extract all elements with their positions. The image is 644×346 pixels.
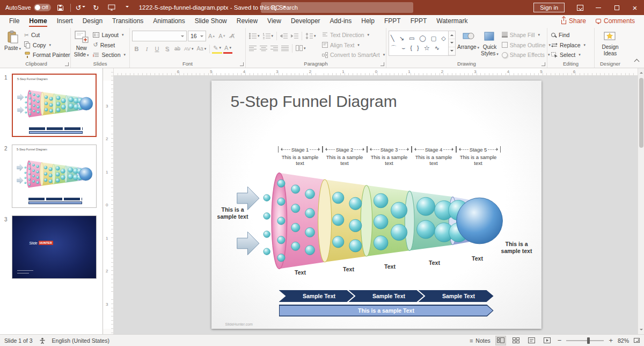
- decrease-font-size-button[interactable]: A▼: [217, 31, 226, 41]
- highlight-color-button[interactable]: ✎: [212, 44, 222, 54]
- text-shadow-button[interactable]: S: [163, 44, 172, 54]
- layout-button[interactable]: Layout: [91, 30, 127, 40]
- segment-label-1[interactable]: Text: [292, 269, 309, 276]
- numbering-button[interactable]: [262, 31, 275, 41]
- start-slideshow-button[interactable]: [106, 2, 118, 13]
- language-status[interactable]: English (United States): [52, 337, 109, 344]
- notes-button[interactable]: ≡Notes: [470, 337, 491, 344]
- tab-fppt-2[interactable]: FPPT: [406, 15, 432, 27]
- decrease-indent-button[interactable]: [279, 31, 289, 41]
- paragraph-dialog-launcher[interactable]: [380, 62, 384, 66]
- autosave-switch-icon[interactable]: Off: [34, 4, 51, 11]
- tab-home[interactable]: Home: [24, 15, 52, 27]
- slide-sorter-view-button[interactable]: [511, 336, 522, 345]
- funnel-input-label[interactable]: This is a sample text: [216, 206, 250, 220]
- zoom-in-button[interactable]: +: [609, 337, 613, 344]
- convert-to-smartart-button[interactable]: Convert to SmartArt: [320, 50, 380, 60]
- sample-text-arrow-2[interactable]: Sample Text: [349, 290, 424, 302]
- align-center-button[interactable]: [259, 43, 268, 53]
- vertical-scrollbar[interactable]: [638, 68, 644, 334]
- sign-in-button[interactable]: Sign in: [533, 3, 565, 12]
- zoom-level[interactable]: 82%: [618, 337, 629, 344]
- tab-help[interactable]: Help: [356, 15, 379, 27]
- slide-editing-canvas[interactable]: 6 5 4 3 2 1 0 1 2 3 4 5 6 5-Step Funnel …: [114, 68, 644, 334]
- collapse-ribbon-button[interactable]: [634, 59, 640, 64]
- slide-counter[interactable]: Slide 1 of 3: [4, 337, 33, 344]
- normal-view-button[interactable]: [495, 336, 506, 345]
- scroll-up-icon[interactable]: [640, 70, 643, 74]
- fit-slide-to-window-button[interactable]: [634, 338, 640, 343]
- clipboard-dialog-launcher[interactable]: [65, 62, 69, 66]
- shape-fill-button[interactable]: Shape Fill: [500, 30, 546, 40]
- close-button[interactable]: ×: [626, 0, 644, 15]
- format-painter-button[interactable]: Format Painter: [23, 50, 71, 60]
- slideshow-view-button[interactable]: [542, 336, 553, 345]
- share-button[interactable]: Share: [557, 17, 591, 25]
- tab-file[interactable]: File: [4, 15, 24, 27]
- reading-view-button[interactable]: [526, 336, 537, 345]
- change-case-button[interactable]: Aa: [195, 44, 207, 54]
- accessibility-button[interactable]: [39, 337, 46, 344]
- redo-button[interactable]: ↻: [90, 2, 102, 13]
- sample-text-arrow-3[interactable]: Sample Text: [419, 290, 494, 302]
- align-left-button[interactable]: [248, 43, 258, 53]
- drawing-dialog-launcher[interactable]: [541, 62, 545, 66]
- quick-styles-button[interactable]: Quick Styles: [481, 29, 499, 60]
- tab-add-ins[interactable]: Add-ins: [325, 15, 357, 27]
- italic-button[interactable]: I: [142, 44, 151, 54]
- undo-button[interactable]: ↺: [75, 2, 86, 13]
- increase-indent-button[interactable]: [290, 31, 299, 41]
- select-button[interactable]: Select: [550, 50, 587, 60]
- search-input[interactable]: Search: [261, 2, 413, 13]
- justify-button[interactable]: [280, 43, 290, 53]
- bold-button[interactable]: B: [132, 44, 141, 54]
- autosave-toggle[interactable]: AutoSave Off: [5, 4, 51, 11]
- tab-fppt-1[interactable]: FPPT: [379, 15, 406, 27]
- character-spacing-button[interactable]: AV: [183, 44, 194, 54]
- sample-text-banner[interactable]: This is a sample Text: [279, 305, 494, 316]
- font-dialog-launcher[interactable]: [240, 62, 244, 66]
- tab-transitions[interactable]: Transitions: [107, 15, 148, 27]
- clear-formatting-button[interactable]: A: [228, 31, 237, 41]
- font-color-button[interactable]: A: [223, 44, 232, 54]
- maximize-button[interactable]: [608, 0, 626, 15]
- tab-insert[interactable]: Insert: [52, 15, 78, 27]
- shape-effects-button[interactable]: Shape Effects: [500, 50, 546, 60]
- cut-button[interactable]: ✂Cut: [23, 30, 71, 40]
- segment-label-4[interactable]: Text: [427, 260, 443, 266]
- tab-view[interactable]: View: [262, 15, 286, 27]
- ribbon-display-options-button[interactable]: [571, 0, 589, 15]
- comments-button[interactable]: Comments: [591, 17, 640, 25]
- scrollbar-thumb[interactable]: [639, 78, 643, 148]
- segment-label-3[interactable]: Text: [382, 263, 398, 270]
- align-right-button[interactable]: [269, 43, 279, 53]
- increase-font-size-button[interactable]: A▲: [207, 31, 216, 41]
- scroll-down-icon[interactable]: [640, 329, 643, 332]
- tab-watermark[interactable]: Watermark: [431, 15, 472, 27]
- design-ideas-button[interactable]: Design Ideas: [597, 29, 624, 60]
- slide-thumbnail-2[interactable]: 5-Step Funnel Diagram: [12, 145, 97, 208]
- text-direction-button[interactable]: Text Direction: [320, 30, 380, 40]
- segment-label-2[interactable]: Text: [341, 266, 357, 272]
- sample-text-arrow-1[interactable]: Sample Text: [279, 290, 354, 302]
- zoom-slider-knob[interactable]: [587, 337, 590, 344]
- reset-button[interactable]: ↺ Reset: [91, 40, 127, 50]
- tab-animations[interactable]: Animations: [148, 15, 189, 27]
- section-button[interactable]: Section: [91, 50, 127, 60]
- shapes-row-2[interactable]: ⌒ ⌣ { } ☆ ∿: [391, 45, 447, 51]
- paste-button[interactable]: Paste: [4, 29, 21, 60]
- replace-button[interactable]: Replace: [550, 40, 587, 50]
- find-button[interactable]: Find: [550, 30, 587, 40]
- font-name-combo[interactable]: [132, 31, 187, 41]
- underline-button[interactable]: U: [152, 44, 162, 54]
- bullets-button[interactable]: [248, 31, 261, 41]
- slide-thumbnail-1[interactable]: 5-Step Funnel Diagram: [12, 74, 97, 137]
- line-spacing-button[interactable]: [304, 31, 317, 41]
- strikethrough-button[interactable]: ab: [173, 44, 182, 54]
- new-slide-button[interactable]: New Slide: [73, 29, 90, 60]
- tab-review[interactable]: Review: [232, 15, 262, 27]
- segment-label-5[interactable]: Text: [470, 255, 486, 262]
- copy-button[interactable]: Copy: [23, 40, 71, 50]
- font-size-combo[interactable]: 16: [188, 31, 206, 41]
- gallery-more-button[interactable]: [449, 47, 455, 55]
